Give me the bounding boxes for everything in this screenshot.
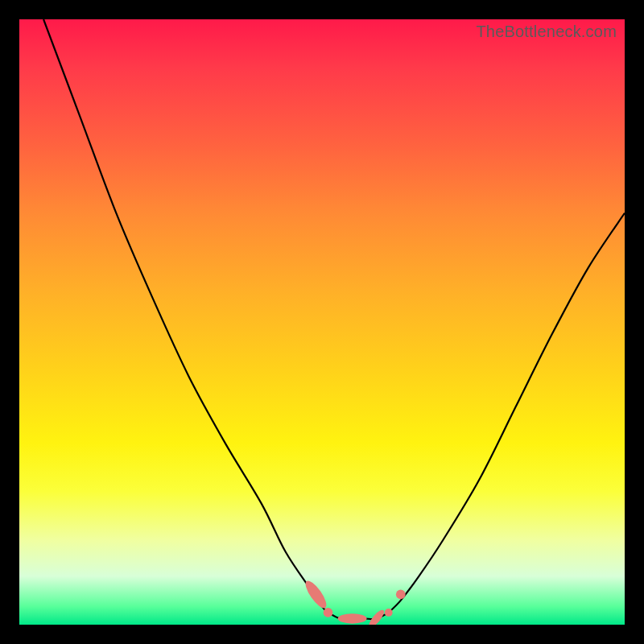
- marker-layer: [302, 578, 405, 625]
- series-left-curve: [43, 19, 328, 613]
- valley-marker-5: [396, 590, 406, 600]
- series-right-curve: [389, 213, 625, 613]
- chart-plot-area: TheBottleneck.com: [19, 19, 625, 625]
- valley-marker-2: [338, 613, 367, 623]
- watermark-text: TheBottleneck.com: [476, 23, 617, 41]
- valley-marker-1: [324, 608, 333, 617]
- curve-layer: [43, 19, 625, 619]
- valley-marker-0: [302, 578, 329, 611]
- chart-svg: [19, 19, 625, 625]
- valley-marker-4: [385, 609, 393, 617]
